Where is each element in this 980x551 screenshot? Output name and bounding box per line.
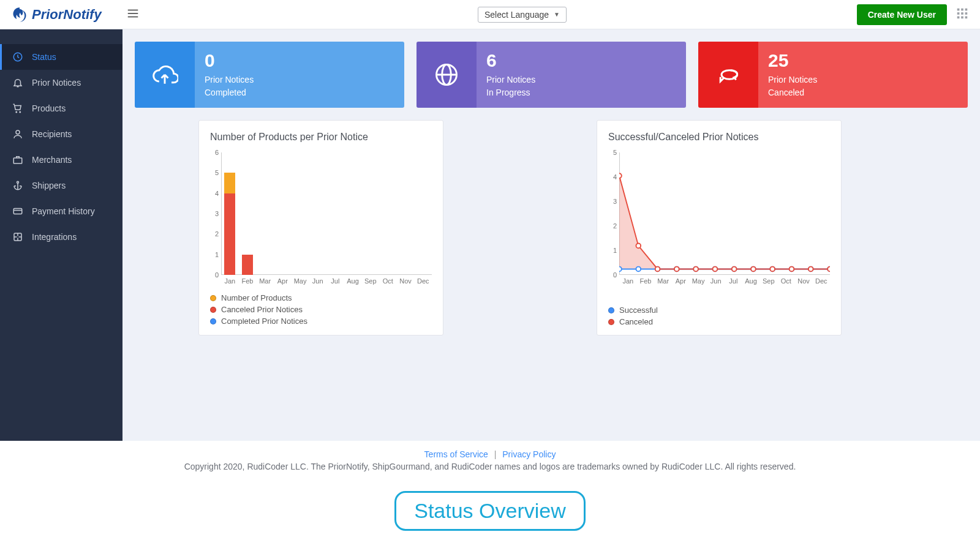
sidebar-item-recipients[interactable]: Recipients [0,121,123,147]
menu-toggle[interactable] [126,7,140,23]
chat-icon [715,61,742,88]
svg-point-40 [693,267,698,272]
divider: | [494,449,497,459]
sidebar-item-integrations[interactable]: Integrations [0,224,123,250]
main-content: 0 Prior NoticesCompleted 6 Prior Notices… [123,29,980,441]
legend-dot [210,318,216,324]
svg-point-15 [16,130,20,134]
sidebar-item-label: Products [32,103,66,113]
language-select[interactable]: Select Language ▼ [478,7,567,23]
svg-point-39 [674,267,679,272]
sidebar: Status Prior Notices Products Recipients… [0,29,123,441]
svg-point-46 [809,267,813,272]
user-icon [12,129,23,140]
sidebar-item-label: Recipients [32,129,72,139]
svg-rect-3 [957,8,960,10]
svg-rect-16 [13,158,22,163]
chevron-down-icon: ▼ [554,11,560,18]
chart-successful-canceled: Successful/Canceled Prior Notices 012345… [597,120,842,335]
language-label: Select Language [484,10,549,20]
svg-rect-8 [965,12,968,15]
stat-label: Prior Notices [768,75,817,84]
stat-label: Prior Notices [205,75,254,84]
legend-dot [608,319,614,325]
chart-title: Number of Products per Prior Notice [210,132,432,143]
sidebar-item-merchants[interactable]: Merchants [0,147,123,173]
cloud-upload-icon [151,61,178,88]
grid-icon [956,7,969,20]
topbar: PriorNotify Select Language ▼ Create New… [0,0,980,29]
svg-point-45 [790,267,794,272]
svg-rect-4 [961,8,963,10]
legend-label: Completed Prior Notices [221,317,307,326]
sidebar-item-status[interactable]: Status [0,44,123,70]
sidebar-item-products[interactable]: Products [0,96,123,121]
sidebar-item-payment-history[interactable]: Payment History [0,198,123,224]
svg-point-38 [655,267,660,272]
hamburger-icon [126,7,140,20]
svg-rect-5 [965,8,968,10]
stat-card-completed: 0 Prior NoticesCompleted [135,42,404,108]
bell-icon [12,77,23,88]
stat-value: 0 [205,50,394,71]
svg-point-25 [636,267,641,272]
stat-value: 25 [768,50,958,71]
legend-label: Canceled Prior Notices [221,305,303,314]
legend-label: Number of Products [221,293,292,302]
svg-point-42 [732,267,737,272]
stat-card-in-progress: 6 Prior NoticesIn Progress [417,42,686,108]
svg-rect-7 [961,12,963,15]
footer: Terms of Service | Privacy Policy Copyri… [0,441,980,480]
brand-icon [11,6,28,23]
stat-value: 6 [486,50,676,71]
puzzle-icon [12,231,23,242]
svg-point-41 [713,267,718,272]
legend-dot [608,307,614,313]
svg-point-44 [770,267,775,272]
svg-rect-9 [957,16,960,18]
sidebar-item-label: Status [32,52,56,62]
legend-label: Successful [619,305,658,315]
caption-badge: Status Overview [394,491,586,531]
stat-label: Canceled [768,88,804,97]
card-icon [12,206,23,217]
svg-point-37 [636,244,641,249]
svg-point-17 [17,181,19,183]
terms-link[interactable]: Terms of Service [424,449,488,459]
svg-point-43 [751,267,756,272]
svg-point-13 [16,111,17,113]
privacy-link[interactable]: Privacy Policy [502,449,556,459]
sidebar-item-label: Payment History [32,206,95,216]
sidebar-item-shippers[interactable]: Shippers [0,173,123,198]
chart-products-per-notice: Number of Products per Prior Notice 0123… [198,120,443,335]
globe-icon [433,61,460,88]
svg-point-14 [20,111,21,113]
legend-dot [210,295,216,301]
sidebar-item-prior-notices[interactable]: Prior Notices [0,70,123,96]
stat-label: Completed [205,88,246,97]
create-user-button[interactable]: Create New User [857,4,947,25]
copyright: Copyright 2020, RudiCoder LLC. The Prior… [9,462,971,471]
svg-rect-18 [13,209,22,214]
svg-rect-11 [965,16,968,18]
svg-rect-6 [957,12,960,15]
chart-title: Successful/Canceled Prior Notices [608,132,830,143]
brand-text: PriorNotify [32,7,102,23]
stat-label: In Progress [486,88,530,97]
cart-icon [12,103,23,114]
briefcase-icon [12,154,23,165]
clock-icon [12,51,23,62]
stat-card-canceled: 25 Prior NoticesCanceled [698,42,968,108]
svg-rect-10 [961,16,963,18]
anchor-icon [12,180,23,191]
svg-point-36 [619,173,622,178]
stat-label: Prior Notices [486,75,535,84]
sidebar-item-label: Integrations [32,232,77,242]
sidebar-item-label: Shippers [32,181,66,190]
brand-logo: PriorNotify [11,6,102,23]
sidebar-item-label: Prior Notices [32,78,81,88]
apps-button[interactable] [956,7,969,23]
svg-point-24 [619,267,622,272]
legend-label: Canceled [619,317,653,326]
sidebar-item-label: Merchants [32,155,72,165]
